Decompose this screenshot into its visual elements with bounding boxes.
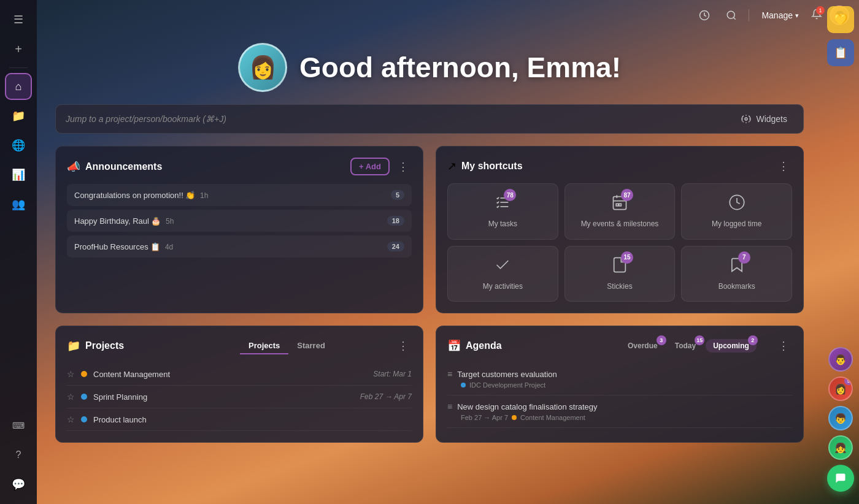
announcements-list: Congratulations on promotion!! 👏 1h 5 Ha… <box>67 184 412 258</box>
svg-line-2 <box>734 17 736 19</box>
topbar-search[interactable] <box>722 6 741 25</box>
agenda-title: Agenda <box>466 340 615 351</box>
sidebar-item-keyboard[interactable]: ⌨ <box>5 412 32 439</box>
shortcut-my-tasks[interactable]: 78 My tasks <box>447 183 558 240</box>
sidebar-item-home[interactable]: ⌂ <box>5 73 32 100</box>
home-icon: ⌂ <box>15 80 22 93</box>
people-icon: 👥 <box>12 197 25 211</box>
events-badge: 87 <box>621 189 633 201</box>
help-icon: ? <box>16 449 21 460</box>
menu-icon: ☰ <box>13 13 23 26</box>
search-bar[interactable]: Jump to a project/person/bookmark (⌘+J) … <box>55 104 804 134</box>
projects-title: Projects <box>85 340 235 351</box>
right-avatar-4[interactable]: 👧 <box>828 435 853 460</box>
agenda-tab-overdue[interactable]: Overdue 3 <box>620 339 665 353</box>
ann-text-1: Congratulations on promotion!! 👏 1h <box>74 191 386 200</box>
agenda-list-icon-2: ≡ <box>447 402 452 411</box>
shortcut-stickies[interactable]: 15 Stickies <box>564 246 676 302</box>
announcements-add-button[interactable]: + Add <box>350 158 390 175</box>
bottom-row: 📁 Projects Projects Starred ⋮ ☆ Content … <box>55 326 804 443</box>
sidebar-item-menu[interactable]: ☰ <box>5 6 32 33</box>
project-name-2: Sprint Planning <box>93 392 354 402</box>
ann-time-3: 4d <box>165 243 173 251</box>
agenda-header: 📅 Agenda Overdue 3 Today 15 Upcoming 2 <box>447 337 792 354</box>
right-avatar-1[interactable]: 👨 <box>828 347 853 372</box>
agenda-tab-today[interactable]: Today 15 <box>668 339 703 353</box>
agenda-tab-upcoming[interactable]: Upcoming 2 <box>706 339 757 353</box>
agenda-item-1[interactable]: ≡ Target customers evaluation IDC Develo… <box>447 363 792 395</box>
shortcuts-grid: 78 My tasks 87 My events & milestone <box>447 183 792 302</box>
ann-badge-2: 18 <box>387 216 404 226</box>
sidebar-item-add[interactable]: + <box>5 36 32 63</box>
keyboard-icon: ⌨ <box>12 421 25 430</box>
sidebar-item-help[interactable]: ? <box>5 441 32 468</box>
shortcuts-header: ↗ My shortcuts ⋮ <box>447 158 792 175</box>
announcements-icon: 📣 <box>67 160 80 174</box>
ann-text-2: Happy Birthday, Raul 🎂 5h <box>74 216 382 226</box>
main-content: 👩 Good afternoon, Emma! Jump to a projec… <box>37 31 822 504</box>
agenda-item-2[interactable]: ≡ New design catalog finalisation strate… <box>447 395 792 428</box>
shortcut-logged-time[interactable]: My logged time <box>681 183 792 240</box>
ann-badge-3: 24 <box>387 242 404 251</box>
sidebar-bottom: ⌨ ? 💬 <box>5 412 32 498</box>
projects-tabs: Projects Starred <box>240 338 390 354</box>
sidebar-divider-1 <box>9 67 28 68</box>
globe-icon: 🌐 <box>12 139 25 152</box>
shortcut-activities[interactable]: My activities <box>447 246 558 302</box>
sticky-widget-icon: 💛 <box>834 13 847 26</box>
project-item-product-launch[interactable]: ☆ Product launch <box>67 408 412 431</box>
agenda-list-icon-1: ≡ <box>447 369 452 379</box>
sidebar-item-reports[interactable]: 📊 <box>5 161 32 188</box>
topbar-manage[interactable]: Manage ▾ <box>757 8 804 23</box>
announcement-item-1[interactable]: Congratulations on promotion!! 👏 1h 5 <box>67 184 412 206</box>
board-widget-icon: 📋 <box>834 46 847 59</box>
tab-projects[interactable]: Projects <box>240 338 288 354</box>
shortcuts-more-button[interactable]: ⋮ <box>775 158 792 175</box>
announcement-item-3[interactable]: ProofHub Resources 📋 4d 24 <box>67 235 412 258</box>
sidebar-item-people[interactable]: 👥 <box>5 191 32 218</box>
shortcut-activities-icon <box>494 256 511 277</box>
right-avatar-2[interactable]: 👩 5 <box>828 376 853 401</box>
two-col-top: 📣 Announcements + Add ⋮ Congratulations … <box>55 146 804 313</box>
widgets-button[interactable]: Widgets <box>735 110 793 128</box>
topbar: Manage ▾ 1 👩 <box>37 0 859 31</box>
star-icon-2[interactable]: ☆ <box>67 392 75 402</box>
shortcuts-title: My shortcuts <box>461 161 770 172</box>
projects-more-button[interactable]: ⋮ <box>395 337 412 354</box>
shortcut-bookmarks[interactable]: 7 Bookmarks <box>681 246 792 302</box>
shortcut-tasks-label: My tasks <box>488 220 517 229</box>
ann-time-2: 5h <box>166 217 174 226</box>
tab-starred[interactable]: Starred <box>288 338 334 354</box>
folder-icon: 📁 <box>12 109 25 123</box>
agenda-tabs: Overdue 3 Today 15 Upcoming 2 <box>620 339 770 353</box>
agenda-date-2: Feb 27 → Apr 7 <box>461 414 508 421</box>
announcement-item-2[interactable]: Happy Birthday, Raul 🎂 5h 18 <box>67 210 412 232</box>
project-dot-1 <box>81 371 87 377</box>
sidebar-item-network[interactable]: 🌐 <box>5 132 32 159</box>
star-icon-1[interactable]: ☆ <box>67 369 75 379</box>
topbar-bell[interactable]: 1 <box>811 9 822 23</box>
shortcut-events[interactable]: 87 My events & milestones <box>564 183 676 240</box>
shortcut-bookmarks-icon: 7 <box>728 256 745 277</box>
sidebar-item-projects[interactable]: 📁 <box>5 102 32 129</box>
star-icon-3[interactable]: ☆ <box>67 414 75 424</box>
chat-bubble-button[interactable] <box>827 465 854 492</box>
agenda-more-button[interactable]: ⋮ <box>775 337 792 354</box>
right-widget-sticky[interactable]: 💛 <box>827 6 854 33</box>
sidebar-item-chat[interactable]: 💬 <box>5 471 32 498</box>
chart-icon: 📊 <box>12 168 25 181</box>
greeting-section: 👩 Good afternoon, Emma! <box>55 43 804 92</box>
shortcut-bookmarks-label: Bookmarks <box>718 282 755 292</box>
announcements-more-button[interactable]: ⋮ <box>395 158 412 175</box>
project-item-content-management[interactable]: ☆ Content Management Start: Mar 1 <box>67 363 412 386</box>
agenda-card: 📅 Agenda Overdue 3 Today 15 Upcoming 2 <box>436 326 804 443</box>
right-widget-board[interactable]: 📋 <box>827 39 854 66</box>
project-item-sprint-planning[interactable]: ☆ Sprint Planning Feb 27 → Apr 7 <box>67 386 412 408</box>
right-sidebar: 💛 📋 👨 👩 5 👦 👧 <box>822 0 859 504</box>
announcements-card: 📣 Announcements + Add ⋮ Congratulations … <box>55 146 423 313</box>
topbar-clock[interactable] <box>695 6 714 25</box>
chat-sidebar-icon: 💬 <box>12 478 25 491</box>
right-avatar-3[interactable]: 👦 <box>828 406 853 430</box>
shortcut-time-label: My logged time <box>712 220 761 229</box>
bookmarks-badge: 7 <box>738 251 750 264</box>
